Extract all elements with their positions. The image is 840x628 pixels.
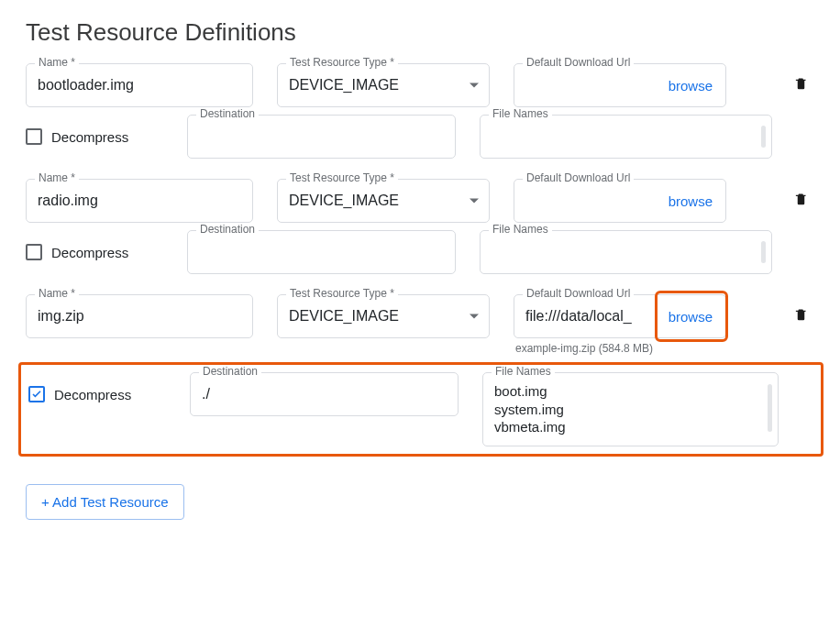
browse-button[interactable]: browse <box>656 309 725 325</box>
trash-icon <box>794 306 808 326</box>
url-label: Default Download Url <box>523 287 634 300</box>
decompress-label: Decompress <box>54 387 131 402</box>
delete-button[interactable] <box>787 179 814 223</box>
scrollbar[interactable] <box>768 384 772 432</box>
url-hint: example-img.zip (584.8 MB) <box>514 342 726 355</box>
filenames-label: File Names <box>489 223 552 236</box>
scrollbar[interactable] <box>761 126 766 148</box>
filenames-input[interactable]: boot.img system.img vbmeta.img <box>482 372 779 446</box>
type-label: Test Resource Type * <box>286 56 398 69</box>
decompress-label: Decompress <box>51 129 128 145</box>
type-value: DEVICE_IMAGE <box>289 77 399 94</box>
resource-secondary-row: Decompress Destination File Names <box>26 230 814 274</box>
resource-secondary-row: Decompress Destination File Names <box>26 115 814 159</box>
decompress-checkbox[interactable] <box>28 386 45 402</box>
trash-icon <box>794 191 808 211</box>
chevron-down-icon <box>470 199 479 204</box>
scrollbar[interactable] <box>761 241 766 263</box>
type-value: DEVICE_IMAGE <box>289 308 399 325</box>
resource-row: Name * Test Resource Type * DEVICE_IMAGE… <box>26 294 814 355</box>
filenames-label: File Names <box>492 365 555 378</box>
type-label: Test Resource Type * <box>286 287 398 300</box>
name-input[interactable] <box>26 294 253 338</box>
name-label: Name * <box>35 287 79 300</box>
resource-secondary-row: Decompress Destination File Names boot.i… <box>28 372 812 446</box>
name-label: Name * <box>35 171 79 184</box>
filenames-label: File Names <box>489 107 552 120</box>
type-value: DEVICE_IMAGE <box>289 193 399 209</box>
add-test-resource-button[interactable]: + Add Test Resource <box>26 484 184 520</box>
delete-button[interactable] <box>787 63 814 107</box>
type-label: Test Resource Type * <box>286 171 398 184</box>
type-select[interactable]: DEVICE_IMAGE <box>277 179 490 223</box>
filenames-input[interactable] <box>480 115 772 159</box>
url-label: Default Download Url <box>523 171 634 184</box>
page-title: Test Resource Definitions <box>26 18 814 47</box>
type-select[interactable]: DEVICE_IMAGE <box>277 63 490 107</box>
destination-label: Destination <box>196 223 259 236</box>
browse-button[interactable]: browse <box>656 193 725 209</box>
trash-icon <box>794 75 808 95</box>
url-input[interactable]: file:///data/local_ <box>525 308 656 325</box>
name-input[interactable] <box>26 63 253 107</box>
chevron-down-icon <box>470 314 479 319</box>
resource-row: Name * Test Resource Type * DEVICE_IMAGE… <box>26 179 814 223</box>
chevron-down-icon <box>470 83 479 88</box>
type-select[interactable]: DEVICE_IMAGE <box>277 294 490 338</box>
decompress-checkbox[interactable] <box>26 128 42 145</box>
decompress-checkbox[interactable] <box>26 244 42 260</box>
destination-input[interactable] <box>187 230 456 274</box>
decompress-label: Decompress <box>51 245 128 260</box>
filenames-input[interactable] <box>480 230 772 274</box>
destination-input[interactable] <box>190 372 459 416</box>
name-input[interactable] <box>26 179 253 223</box>
browse-button[interactable]: browse <box>656 78 725 94</box>
highlight-row: Decompress Destination File Names boot.i… <box>18 362 823 457</box>
name-label: Name * <box>35 56 79 69</box>
url-label: Default Download Url <box>523 56 634 69</box>
destination-input[interactable] <box>187 115 456 159</box>
resource-row: Name * Test Resource Type * DEVICE_IMAGE… <box>26 63 814 107</box>
destination-label: Destination <box>196 107 259 120</box>
delete-button[interactable] <box>787 294 814 338</box>
destination-label: Destination <box>199 365 261 378</box>
